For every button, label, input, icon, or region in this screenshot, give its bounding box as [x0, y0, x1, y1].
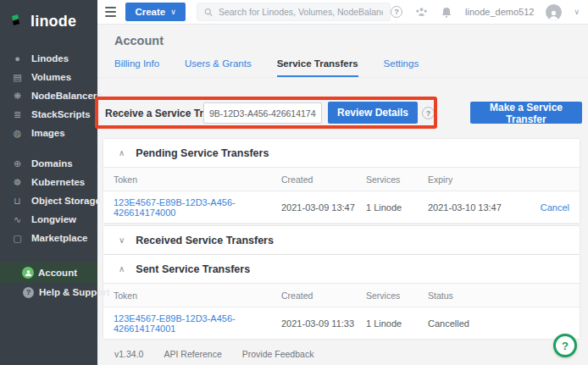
column-services: Services	[366, 174, 428, 185]
column-status: Status	[428, 290, 569, 301]
sent-transfers-card: ∧ Sent Service Transfers Token Created S…	[103, 255, 580, 339]
sidebar-item-nodebalancers[interactable]: ❋ NodeBalancers	[0, 86, 97, 105]
tab-settings[interactable]: Settings	[384, 58, 419, 77]
transfer-token-link[interactable]: 123E4567-E89B-12D3-A456-426614174000	[114, 197, 281, 218]
received-transfers-card: ∨ Received Service Transfers	[103, 226, 580, 254]
column-expiry: Expiry	[428, 174, 525, 185]
api-reference-link[interactable]: API Reference	[164, 349, 221, 359]
help-chat-bubble-icon[interactable]: ?	[553, 334, 577, 357]
create-button[interactable]: Create ∨	[125, 3, 185, 21]
sidebar: linode ● Linodes ▤ Volumes ❋ NodeBalance…	[0, 0, 97, 365]
help-question-icon: ?	[23, 287, 34, 298]
table-row: 123E4567-E89B-12D3-A456-426614174001 202…	[103, 307, 580, 339]
topbar-icons: ? linode_demo512 ∨	[391, 4, 588, 20]
services-cell: 1 Linode	[366, 318, 428, 329]
pending-transfers-header[interactable]: ∧ Pending Service Transfers	[103, 139, 580, 167]
make-service-transfer-button[interactable]: Make a Service Transfer	[470, 102, 582, 124]
sidebar-item-kubernetes[interactable]: ☸ Kubernetes	[0, 173, 97, 191]
created-cell: 2021-03-09 13:47	[281, 202, 366, 213]
account-menu-chevron-icon[interactable]: ∨	[574, 8, 580, 16]
tab-billing-info[interactable]: Billing Info	[114, 58, 159, 77]
sidebar-item-linodes[interactable]: ● Linodes	[0, 49, 97, 68]
pending-table-header: Token Created Services Expiry	[103, 167, 580, 191]
provide-feedback-link[interactable]: Provide Feedback	[242, 349, 314, 359]
sent-table-header: Token Created Services Status	[103, 283, 580, 307]
page-title: Account	[114, 34, 164, 47]
community-icon[interactable]	[414, 5, 428, 19]
sidebar-item-images[interactable]: ◍ Images	[0, 124, 97, 142]
review-details-button[interactable]: Review Details	[328, 102, 418, 124]
transfer-token-input[interactable]	[203, 102, 322, 124]
created-cell: 2021-03-09 11:33	[281, 318, 366, 329]
kubernetes-wheel-icon: ☸	[11, 177, 24, 188]
username[interactable]: linode_demo512	[465, 7, 534, 17]
logo-text: linode	[31, 13, 76, 30]
search-icon	[204, 8, 213, 17]
sidebar-item-object-storage[interactable]: ⊔ Object Storage	[0, 191, 97, 210]
globe-icon: ⊕	[11, 158, 24, 169]
table-row: 123E4567-E89B-12D3-A456-426614174000 202…	[103, 191, 580, 223]
column-created: Created	[281, 290, 366, 301]
bucket-icon: ⊔	[11, 196, 24, 207]
chevron-up-icon: ∧	[119, 148, 125, 158]
topbar: Create ∨ ? linode_demo512 ∨	[97, 0, 588, 25]
hamburger-menu-icon[interactable]	[105, 7, 116, 17]
images-icon: ◍	[11, 128, 24, 139]
global-search[interactable]	[197, 3, 391, 21]
services-cell: 1 Linode	[366, 202, 428, 213]
account-person-icon	[22, 267, 34, 279]
notifications-bell-icon[interactable]	[440, 5, 453, 19]
cancel-link[interactable]: Cancel	[525, 202, 569, 213]
pending-transfers-card: ∧ Pending Service Transfers Token Create…	[103, 139, 580, 223]
pulse-icon: ∿	[11, 214, 24, 225]
status-cell: Cancelled	[428, 318, 569, 329]
avatar[interactable]	[546, 4, 562, 20]
sidebar-item-stackscripts[interactable]: ≣ StackScripts	[0, 105, 97, 124]
tooltip-help-icon[interactable]: ?	[422, 107, 435, 119]
tab-service-transfers[interactable]: Service Transfers	[277, 58, 358, 77]
account-tabs: Billing Info Users & Grants Service Tran…	[114, 58, 419, 77]
tabs-divider	[97, 77, 588, 78]
search-input[interactable]	[219, 7, 383, 17]
linode-logo-icon	[10, 14, 25, 30]
column-token: Token	[114, 290, 281, 301]
column-services: Services	[366, 290, 428, 301]
sidebar-item-help-support[interactable]: ? Help & Support	[0, 283, 97, 301]
chevron-down-icon: ∨	[119, 235, 125, 245]
app-version: v1.34.0	[114, 349, 143, 359]
shopping-bag-icon: ▢	[11, 233, 24, 244]
volumes-icon: ▤	[11, 72, 24, 83]
linode-cloud-manager: linode ● Linodes ▤ Volumes ❋ NodeBalance…	[0, 0, 588, 365]
nav-divider	[0, 142, 97, 154]
transfer-token-link[interactable]: 123E4567-E89B-12D3-A456-426614174001	[114, 313, 281, 334]
stackscripts-icon: ≣	[11, 109, 24, 120]
linodes-icon: ●	[11, 53, 24, 64]
chevron-up-icon: ∧	[119, 264, 125, 274]
sidebar-item-marketplace[interactable]: ▢ Marketplace	[0, 229, 97, 247]
column-created: Created	[281, 174, 366, 185]
linode-logo[interactable]: linode	[0, 0, 97, 36]
chevron-down-icon: ∨	[170, 8, 176, 16]
expiry-cell: 2021-03-10 13:47	[428, 202, 525, 213]
received-transfers-header[interactable]: ∨ Received Service Transfers	[103, 226, 580, 254]
sidebar-item-account[interactable]: Account	[0, 263, 97, 283]
help-icon[interactable]: ?	[391, 6, 402, 18]
sidebar-item-longview[interactable]: ∿ Longview	[0, 210, 97, 229]
sidebar-nav: ● Linodes ▤ Volumes ❋ NodeBalancers ≣ St…	[0, 49, 97, 301]
footer: v1.34.0 API Reference Provide Feedback	[114, 349, 313, 359]
main-content: Account Billing Info Users & Grants Serv…	[97, 25, 588, 365]
sent-transfers-header[interactable]: ∧ Sent Service Transfers	[103, 255, 580, 283]
nav-divider	[0, 247, 97, 263]
column-token: Token	[114, 174, 281, 185]
sidebar-item-volumes[interactable]: ▤ Volumes	[0, 68, 97, 86]
sidebar-item-domains[interactable]: ⊕ Domains	[0, 154, 97, 173]
tab-users-grants[interactable]: Users & Grants	[185, 58, 252, 77]
nodebalancers-icon: ❋	[11, 91, 24, 102]
